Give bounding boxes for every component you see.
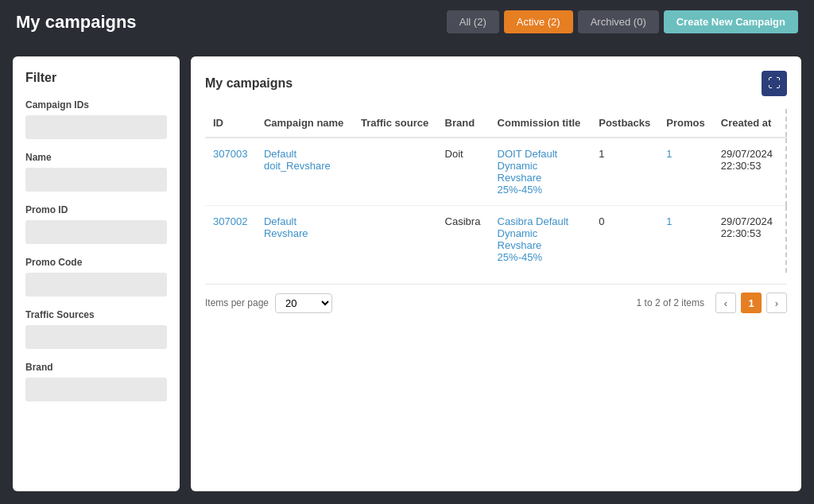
pagination-right: 1 to 2 of 2 items ‹ 1 › (637, 293, 787, 313)
filter-label-name: Name (25, 152, 167, 163)
per-page-select[interactable]: 20 50 100 (275, 293, 332, 313)
tab-archived[interactable]: Archived (0) (578, 10, 659, 33)
col-header-id: ID (205, 109, 256, 138)
col-header-campaign-name: Campaign name (256, 109, 353, 138)
content-title: My campaigns (205, 76, 293, 91)
create-campaign-button[interactable]: Create New Campaign (664, 10, 798, 33)
traffic-sources-input[interactable] (25, 325, 167, 349)
header-actions: All (2) Active (2) Archived (0) Create N… (447, 10, 798, 33)
page-range-text: 1 to 2 of 2 items (637, 297, 704, 308)
expand-button[interactable]: ⛶ (762, 71, 787, 96)
next-page-button[interactable]: › (766, 293, 787, 313)
table-row: 307002 DefaultRevshare Casibra Casibra D… (205, 206, 786, 273)
commission-title-link[interactable]: DOIT DefaultDynamicRevshare 25%-45% (498, 148, 558, 196)
cell-campaign-name: DefaultRevshare (256, 206, 353, 273)
sidebar: Filter Campaign IDs Name Promo ID Promo … (13, 56, 180, 491)
table-row: 307003 Defaultdoit_Revshare Doit DOIT De… (205, 138, 786, 206)
main-layout: Filter Campaign IDs Name Promo ID Promo … (0, 44, 814, 504)
promos-link[interactable]: 1 (666, 215, 672, 227)
page-title: My campaigns (16, 12, 137, 33)
cell-postbacks: 1 (591, 138, 658, 206)
campaign-id-link[interactable]: 307003 (213, 148, 247, 160)
campaign-ids-input[interactable] (25, 115, 167, 139)
campaigns-table: ID Campaign name Traffic source Brand Co… (205, 109, 787, 273)
filter-group-traffic-sources: Traffic Sources (25, 309, 167, 349)
campaign-name-link[interactable]: Defaultdoit_Revshare (264, 148, 331, 172)
campaigns-table-wrapper: ID Campaign name Traffic source Brand Co… (205, 109, 787, 273)
cell-created-at: 29/07/2024 22:30:53 (713, 138, 786, 206)
cell-created-at: 29/07/2024 22:30:53 (713, 206, 786, 273)
col-header-postbacks: Postbacks (591, 109, 658, 138)
filter-label-traffic-sources: Traffic Sources (25, 309, 167, 320)
cell-id: 307003 (205, 138, 256, 206)
header: My campaigns All (2) Active (2) Archived… (0, 0, 814, 44)
content-header: My campaigns ⛶ (205, 71, 787, 96)
content-panel: My campaigns ⛶ ID Campaign name Traffic … (191, 56, 801, 491)
cell-postbacks: 0 (591, 206, 658, 273)
filter-group-promo-id: Promo ID (25, 204, 167, 244)
page-1-button[interactable]: 1 (741, 293, 762, 313)
promo-code-input[interactable] (25, 273, 167, 297)
pagination-bar: Items per page 20 50 100 1 to 2 of 2 ite… (205, 284, 787, 313)
col-header-traffic-source: Traffic source (353, 109, 437, 138)
tab-all[interactable]: All (2) (447, 10, 499, 33)
cell-commission-title: DOIT DefaultDynamicRevshare 25%-45% (490, 138, 591, 206)
cell-promos: 1 (658, 206, 713, 273)
filter-group-promo-code: Promo Code (25, 257, 167, 297)
col-header-created-at: Created at (713, 109, 786, 138)
name-input[interactable] (25, 168, 167, 192)
expand-icon: ⛶ (768, 76, 781, 91)
campaign-id-link[interactable]: 307002 (213, 215, 247, 227)
filter-label-promo-code: Promo Code (25, 257, 167, 268)
col-header-promos: Promos (658, 109, 713, 138)
table-header-row: ID Campaign name Traffic source Brand Co… (205, 109, 786, 138)
col-header-brand: Brand (437, 109, 490, 138)
cell-promos: 1 (658, 138, 713, 206)
filter-label-promo-id: Promo ID (25, 204, 167, 215)
cell-brand: Doit (437, 138, 490, 206)
sidebar-title: Filter (25, 71, 167, 85)
promos-link[interactable]: 1 (666, 148, 672, 160)
prev-page-button[interactable]: ‹ (715, 293, 736, 313)
brand-input[interactable] (25, 378, 167, 401)
filter-group-name: Name (25, 152, 167, 192)
promo-id-input[interactable] (25, 220, 167, 244)
cell-traffic-source (353, 138, 437, 206)
items-per-page-label: Items per page (205, 297, 269, 308)
filter-group-campaign-ids: Campaign IDs (25, 99, 167, 139)
cell-commission-title: Casibra DefaultDynamicRevshare 25%-45% (490, 206, 591, 273)
campaign-name-link[interactable]: DefaultRevshare (264, 215, 308, 239)
filter-label-campaign-ids: Campaign IDs (25, 99, 167, 110)
commission-title-link[interactable]: Casibra DefaultDynamicRevshare 25%-45% (498, 215, 569, 263)
cell-id: 307002 (205, 206, 256, 273)
cell-traffic-source (353, 206, 437, 273)
items-per-page-control: Items per page 20 50 100 (205, 293, 332, 313)
col-header-commission-title: Commission title (490, 109, 591, 138)
tab-active[interactable]: Active (2) (504, 10, 573, 33)
filter-label-brand: Brand (25, 362, 167, 373)
cell-campaign-name: Defaultdoit_Revshare (256, 138, 353, 206)
cell-brand: Casibra (437, 206, 490, 273)
filter-group-brand: Brand (25, 362, 167, 401)
